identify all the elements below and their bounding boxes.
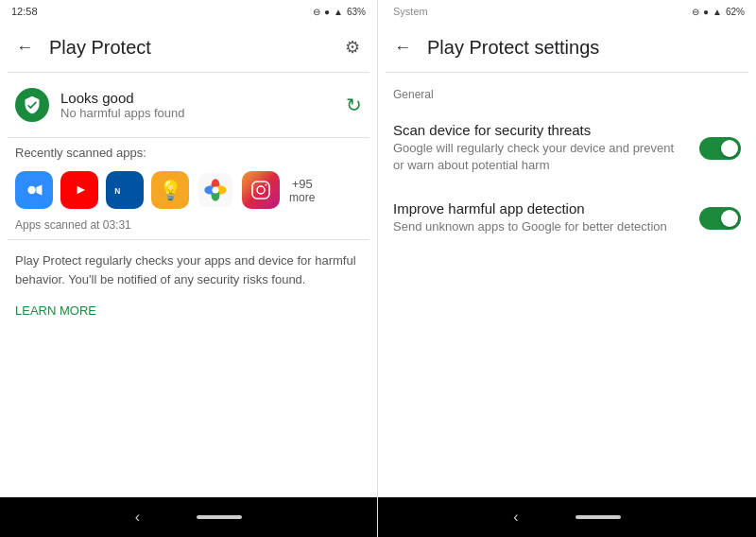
general-section-label: General: [378, 73, 756, 109]
page-title-right: Play Protect settings: [427, 37, 748, 59]
info-text: Play Protect regularly checks your apps …: [0, 240, 377, 300]
setting-text-scan: Scan device for security threats Google …: [393, 122, 688, 174]
signal-icon-right: ▲: [713, 7, 722, 17]
back-button-right[interactable]: ←: [386, 30, 420, 64]
wifi-icon: ●: [324, 7, 330, 17]
svg-point-1: [27, 186, 35, 194]
svg-point-11: [212, 186, 218, 193]
learn-more-link[interactable]: LEARN MORE: [0, 300, 377, 325]
app-icon-zoom: [15, 171, 53, 209]
status-text: Looks good No harmful apps found: [60, 90, 335, 120]
more-count: +95 more: [289, 177, 315, 204]
status-bar-right: System ⊖ ● ▲ 62%: [378, 0, 756, 23]
nav-home-pill-right[interactable]: [576, 515, 621, 519]
svg-text:N: N: [114, 186, 120, 196]
battery-left: 63%: [347, 7, 366, 17]
setting-sub-improve: Send unknown apps to Google for better d…: [393, 218, 688, 235]
refresh-button[interactable]: ↻: [346, 94, 362, 116]
app-icon-instagram: [242, 171, 280, 209]
svg-rect-12: [252, 182, 269, 199]
status-icons-left: ⊖ ● ▲ 63%: [313, 7, 366, 17]
svg-point-14: [266, 184, 267, 186]
status-subtitle: No harmful apps found: [60, 106, 335, 120]
setting-title-improve: Improve harmful app detection: [393, 200, 688, 217]
app-icon-photos: [197, 171, 234, 209]
setting-text-improve: Improve harmful app detection Send unkno…: [393, 200, 688, 235]
system-label: System: [389, 6, 428, 17]
app-icon-netgear: N: [106, 171, 144, 209]
status-icons-right: ⊖ ● ▲ 62%: [692, 7, 745, 17]
setting-row-scan: Scan device for security threats Google …: [378, 109, 756, 187]
recently-scanned-label: Recently scanned apps:: [0, 138, 377, 164]
status-time-left: 12:58: [11, 6, 38, 17]
toggle-improve[interactable]: [699, 207, 741, 230]
bottom-nav-left: ‹: [0, 497, 377, 537]
status-bar-left: 12:58 ⊖ ● ▲ 63%: [0, 0, 377, 23]
setting-row-improve: Improve harmful app detection Send unkno…: [378, 187, 756, 249]
shield-icon: [15, 88, 49, 122]
play-protect-settings-panel: System ⊖ ● ▲ 62% ← Play Protect settings…: [378, 0, 756, 537]
signal-icon: ▲: [334, 7, 343, 17]
nav-back-icon-left[interactable]: ‹: [135, 509, 140, 526]
dnd-icon-right: ⊖: [692, 7, 699, 17]
setting-title-scan: Scan device for security threats: [393, 122, 688, 138]
page-title-left: Play Protect: [49, 37, 328, 59]
wifi-icon-right: ●: [703, 7, 709, 17]
play-protect-panel: 12:58 ⊖ ● ▲ 63% ← Play Protect ⚙ Looks g…: [0, 0, 378, 537]
scanned-time: Apps scanned at 03:31: [0, 217, 377, 239]
gear-icon: ⚙: [345, 37, 360, 58]
settings-button[interactable]: ⚙: [335, 30, 369, 64]
toolbar-right: ← Play Protect settings: [378, 23, 756, 72]
battery-right: 62%: [726, 7, 745, 17]
setting-sub-scan: Google will regularly check your device …: [393, 140, 688, 174]
back-arrow-icon-right: ←: [394, 38, 411, 58]
app-icon-idea: 💡: [151, 171, 189, 209]
toolbar-left: ← Play Protect ⚙: [0, 23, 377, 72]
status-card: Looks good No harmful apps found ↻: [0, 73, 377, 137]
app-icons-row: N 💡: [0, 164, 377, 217]
dnd-icon: ⊖: [313, 7, 320, 17]
nav-home-pill-left[interactable]: [197, 515, 242, 519]
back-arrow-icon-left: ←: [16, 38, 33, 58]
toggle-scan[interactable]: [699, 137, 741, 160]
nav-back-icon-right[interactable]: ‹: [513, 509, 518, 526]
app-icon-youtube: [60, 171, 98, 209]
bottom-nav-right: ‹: [378, 497, 756, 537]
svg-point-13: [257, 186, 265, 194]
back-button-left[interactable]: ←: [8, 30, 42, 64]
status-title: Looks good: [60, 90, 335, 106]
